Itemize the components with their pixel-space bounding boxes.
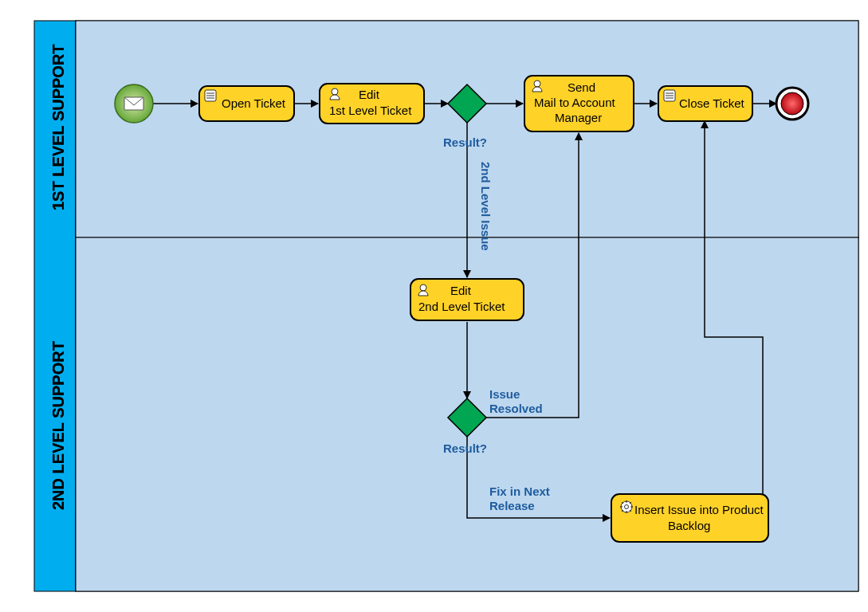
svg-text:Fix in Next: Fix in Next	[489, 484, 550, 498]
svg-point-55	[625, 505, 629, 509]
svg-point-39	[332, 88, 338, 95]
svg-point-43	[534, 80, 540, 87]
svg-text:Issue: Issue	[489, 387, 520, 401]
start-event	[115, 84, 153, 123]
script-icon	[664, 90, 675, 101]
svg-text:Insert Issue into Product: Insert Issue into Product	[634, 503, 764, 516]
svg-text:Result?: Result?	[443, 135, 487, 149]
svg-text:Send: Send	[568, 80, 595, 94]
task-backlog: Insert Issue into Product Backlog	[611, 494, 768, 542]
svg-text:Open Ticket: Open Ticket	[222, 96, 286, 110]
svg-rect-53	[611, 494, 768, 542]
svg-text:Close Ticket: Close Ticket	[679, 96, 745, 110]
svg-text:2nd Level Ticket: 2nd Level Ticket	[418, 300, 505, 313]
svg-text:Edit: Edit	[450, 284, 472, 297]
svg-point-50	[420, 284, 426, 291]
svg-text:Resolved: Resolved	[489, 402, 543, 415]
task-edit-l1: Edit 1st Level Ticket	[320, 84, 424, 124]
svg-text:Release: Release	[489, 499, 535, 512]
bpmn-diagram: 1ST LEVEL SUPPORT 2ND LEVEL SUPPORT	[0, 0, 868, 612]
script-icon	[205, 90, 216, 101]
task-close-ticket: Close Ticket	[658, 86, 752, 121]
end-event	[776, 88, 808, 120]
svg-point-33	[781, 92, 803, 115]
service-gear-icon	[620, 500, 633, 513]
task-open-ticket: Open Ticket	[199, 86, 294, 121]
svg-text:Backlog: Backlog	[668, 519, 710, 532]
svg-text:1ST LEVEL SUPPORT: 1ST LEVEL SUPPORT	[49, 44, 67, 210]
svg-text:Mail to Account: Mail to Account	[534, 96, 616, 109]
svg-text:Edit: Edit	[359, 88, 380, 101]
svg-text:2ND LEVEL SUPPORT: 2ND LEVEL SUPPORT	[49, 341, 67, 510]
task-send-mail: Send Mail to Account Manager	[524, 76, 634, 131]
svg-text:Manager: Manager	[555, 111, 602, 124]
task-edit-l2: Edit 2nd Level Ticket	[410, 279, 524, 320]
svg-text:2nd Level Issue: 2nd Level Issue	[479, 162, 493, 251]
svg-text:1st Level Ticket: 1st Level Ticket	[329, 104, 412, 117]
svg-text:Result?: Result?	[443, 441, 487, 455]
